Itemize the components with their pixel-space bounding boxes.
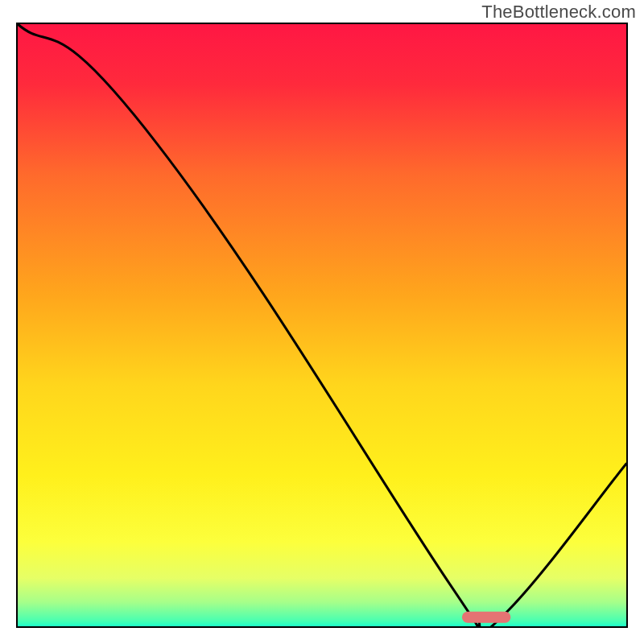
chart-stage: TheBottleneck.com (0, 0, 644, 644)
svg-rect-1 (17, 23, 627, 627)
chart-frame (16, 23, 628, 628)
watermark-label: TheBottleneck.com (481, 2, 636, 23)
